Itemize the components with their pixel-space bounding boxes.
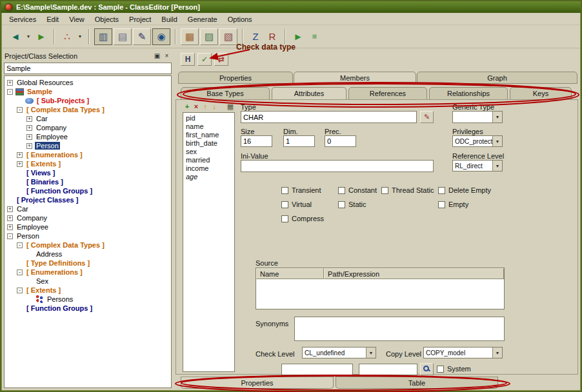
tab-base-types[interactable]: Base Types: [181, 87, 270, 100]
tree-item-complex-data-types[interactable]: -[ Complex Data Types ]: [5, 105, 171, 114]
objects-dropdown-icon[interactable]: ▼: [76, 28, 84, 44]
attribute-income[interactable]: income: [183, 164, 234, 173]
attribute-first-name[interactable]: first_name: [183, 131, 234, 139]
copy-level-select[interactable]: COPY_model ▼: [423, 347, 503, 358]
attribute-name[interactable]: name: [183, 122, 234, 131]
levels-icon[interactable]: ≡: [307, 28, 323, 44]
collapse-icon[interactable]: -: [7, 89, 13, 95]
reports-icon[interactable]: ▧: [219, 28, 237, 45]
search-button[interactable]: [420, 363, 434, 375]
menu-options[interactable]: Options: [223, 14, 257, 24]
objects-icon[interactable]: ∴: [59, 28, 75, 44]
rename-icon[interactable]: R: [265, 28, 280, 44]
prec-input[interactable]: [325, 135, 356, 147]
tree-item-car[interactable]: +Car: [5, 204, 171, 213]
collapse-icon[interactable]: -: [17, 270, 23, 275]
tree-item-function-groups[interactable]: [ Function Groups ]: [5, 186, 171, 195]
tree-item-extents[interactable]: -[ Extents ]: [5, 286, 171, 295]
back-arrow-icon[interactable]: ◄: [8, 28, 23, 44]
lookup-field-1[interactable]: [281, 364, 353, 375]
expand-icon[interactable]: +: [26, 143, 32, 149]
tree-item-address[interactable]: Address: [5, 250, 171, 259]
select-type-button[interactable]: ✎: [420, 111, 434, 123]
forward-arrow-icon[interactable]: ►: [34, 28, 49, 44]
tree-item-company[interactable]: +Company: [5, 123, 171, 132]
synonyms-input[interactable]: [294, 317, 505, 341]
source-table-body[interactable]: [256, 279, 504, 309]
class-browser-icon[interactable]: ◉: [152, 28, 170, 45]
tree-item-persons[interactable]: Persons: [5, 295, 171, 304]
lookup-field-2[interactable]: [359, 364, 417, 375]
run-generate-icon[interactable]: ►: [290, 28, 306, 44]
tab-keys[interactable]: Keys: [510, 87, 572, 100]
title-bar[interactable]: E:\Sample\Sample.dev : Sample - ClassEdi…: [1, 1, 581, 13]
collapse-icon[interactable]: -: [17, 107, 23, 113]
tree-item-sex[interactable]: Sex: [5, 277, 171, 286]
tab-references[interactable]: References: [348, 87, 427, 100]
checkbox-thread-static[interactable]: Thread Static: [381, 186, 434, 194]
source-editor-icon[interactable]: ✎: [133, 28, 151, 45]
attribute-married[interactable]: married: [183, 156, 234, 164]
tree-item-company[interactable]: +Company: [5, 213, 171, 222]
tree-item-views[interactable]: [ Views ]: [5, 168, 171, 177]
checkbox-delete-empty[interactable]: Delete Empty: [438, 186, 491, 194]
checkbox-compress[interactable]: Compress: [281, 215, 324, 222]
math-tools-icon[interactable]: ▦: [181, 28, 199, 45]
checkbox-virtual[interactable]: Virtual: [281, 201, 312, 208]
tab-table[interactable]: Table: [336, 377, 498, 389]
generic-type-select[interactable]: ▼: [452, 111, 503, 123]
menu-services[interactable]: Services: [4, 14, 41, 24]
attribute-sex[interactable]: sex: [183, 148, 234, 156]
tree-item-binaries[interactable]: [ Binaries ]: [5, 177, 171, 186]
tree-item-global-resources[interactable]: +Global Resources: [5, 78, 171, 87]
checkbox-constant[interactable]: Constant: [338, 186, 377, 194]
tree-item-employee[interactable]: +Employee: [5, 222, 171, 231]
checkbox-static[interactable]: Static: [338, 201, 366, 208]
expand-icon[interactable]: +: [7, 215, 13, 221]
move-up-icon[interactable]: ↑: [201, 103, 210, 112]
class-list-icon[interactable]: ▥: [94, 28, 112, 45]
tab-members[interactable]: Members: [294, 72, 416, 84]
dock-panel-icon[interactable]: ▣: [153, 52, 161, 60]
ini-value-input[interactable]: [241, 160, 434, 172]
table-view-icon[interactable]: ▦: [226, 103, 235, 112]
tree-item-person[interactable]: -Person: [5, 231, 171, 240]
close-panel-icon[interactable]: ×: [163, 52, 171, 60]
header-tool-icon[interactable]: H: [181, 53, 195, 66]
expand-icon[interactable]: +: [17, 152, 23, 158]
tab-relationships[interactable]: Relationships: [429, 87, 508, 100]
attribute-age[interactable]: age: [183, 173, 234, 181]
tab-attributes[interactable]: Attributes: [272, 87, 346, 100]
menu-objects[interactable]: Objects: [90, 14, 124, 24]
checkbox-system[interactable]: System: [437, 365, 471, 373]
collapse-icon[interactable]: -: [17, 288, 23, 293]
tree-item-project-classes[interactable]: [ Project Classes ]: [5, 195, 171, 204]
tree-item-sample[interactable]: -Sample: [5, 87, 171, 96]
menu-view[interactable]: View: [64, 14, 90, 24]
expand-icon[interactable]: +: [26, 116, 32, 122]
type-input[interactable]: [241, 111, 417, 123]
attribute-pid[interactable]: pid: [183, 114, 234, 122]
expand-icon[interactable]: +: [7, 206, 13, 212]
add-attribute-icon[interactable]: +: [183, 103, 192, 112]
column-path-expression[interactable]: Path/Expression: [324, 268, 504, 279]
privileges-select[interactable]: ODC_protected ▼: [452, 135, 503, 147]
tree-item-employee[interactable]: +Employee: [5, 132, 171, 141]
collapse-icon[interactable]: -: [17, 242, 23, 248]
expand-icon[interactable]: +: [26, 125, 32, 131]
menu-build[interactable]: Build: [156, 14, 182, 24]
expand-icon[interactable]: +: [7, 80, 13, 86]
menu-generate[interactable]: Generate: [183, 14, 223, 24]
check-level-select[interactable]: CL_undefined ▼: [302, 347, 376, 358]
sort-z-icon[interactable]: Z: [248, 28, 263, 44]
tree-item-extents[interactable]: +[ Extents ]: [5, 159, 171, 168]
move-down-icon[interactable]: ↓: [210, 103, 219, 112]
tree-item-type-definitions[interactable]: [ Type Definitions ]: [5, 259, 171, 268]
tree-item-enumerations[interactable]: +[ Enumerations ]: [5, 150, 171, 159]
expand-icon[interactable]: +: [17, 161, 23, 167]
expand-icon[interactable]: +: [7, 224, 13, 230]
back-dropdown-icon[interactable]: ▼: [25, 28, 32, 44]
tree-item-complex-data-types[interactable]: -[ Complex Data Types ]: [5, 240, 171, 250]
tree-item-sub-projects[interactable]: [ Sub-Projects ]: [5, 96, 171, 105]
tab-properties[interactable]: Properties: [181, 377, 334, 389]
